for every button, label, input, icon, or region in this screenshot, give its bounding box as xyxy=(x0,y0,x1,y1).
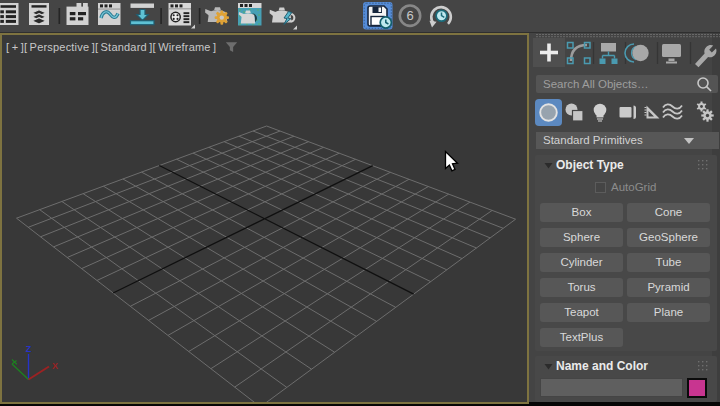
svg-text:X: X xyxy=(52,361,58,371)
svg-text:Z: Z xyxy=(26,344,32,354)
svg-text:6: 6 xyxy=(406,8,413,23)
